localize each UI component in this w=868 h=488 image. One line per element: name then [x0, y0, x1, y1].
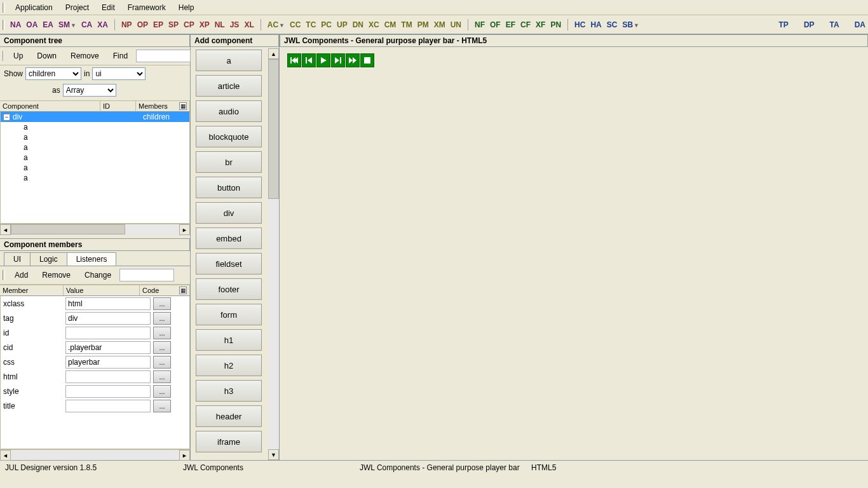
member-value-input[interactable] [65, 312, 151, 325]
addcomp-fieldset[interactable]: fieldset [196, 253, 262, 274]
member-row-css[interactable]: css... [1, 355, 189, 369]
mcol-member[interactable]: Member [0, 285, 64, 295]
member-row-html[interactable]: html... [1, 369, 189, 384]
scroll-right-icon[interactable]: ► [179, 224, 190, 235]
member-code-button[interactable]: ... [153, 356, 171, 369]
col-members[interactable]: Members▦ [136, 101, 190, 111]
toolbar-xp[interactable]: XP [200, 20, 210, 29]
addcomp-audio[interactable]: audio [196, 100, 262, 122]
member-value-input[interactable] [65, 356, 151, 369]
tab-ui[interactable]: UI [4, 252, 31, 266]
addcomp-h1[interactable]: h1 [196, 329, 262, 351]
col-id[interactable]: ID [100, 101, 136, 111]
members-add-button[interactable]: Add [9, 269, 34, 281]
tab-logic[interactable]: Logic [30, 252, 67, 266]
addcomp-br[interactable]: br [196, 151, 262, 173]
scroll-up-icon[interactable]: ▲ [268, 48, 279, 59]
toolbar-of[interactable]: OF [490, 20, 501, 29]
tree-child-row[interactable]: a [1, 152, 189, 163]
member-row-title[interactable]: title... [1, 398, 189, 413]
members-change-input[interactable] [119, 269, 174, 281]
toolbar-hc[interactable]: HC [574, 20, 585, 29]
tree-remove-button[interactable]: Remove [65, 50, 105, 62]
addcomp-div[interactable]: div [196, 202, 262, 224]
toolbar-oa[interactable]: OA [26, 20, 37, 29]
scroll-left-icon[interactable]: ◄ [0, 450, 11, 461]
addcomp-vscroll[interactable]: ▲ ▼ [268, 48, 279, 460]
scroll-down-icon[interactable]: ▼ [268, 449, 279, 460]
mcol-code[interactable]: Code▦ [140, 285, 190, 295]
member-code-button[interactable]: ... [153, 370, 171, 383]
member-row-id[interactable]: id... [1, 325, 189, 340]
menu-help[interactable]: Help [172, 2, 201, 13]
member-code-button[interactable]: ... [153, 297, 171, 310]
addcomp-blockquote[interactable]: blockquote [196, 126, 262, 147]
toolbar-tc[interactable]: TC [306, 20, 316, 29]
vscroll-thumb[interactable] [268, 59, 279, 199]
tree-find-button[interactable]: Find [107, 50, 133, 62]
member-code-button[interactable]: ... [153, 400, 171, 412]
tree-grid-body[interactable]: − div children aaaaaa [0, 112, 190, 224]
member-row-tag[interactable]: tag... [1, 311, 189, 325]
member-value-input[interactable] [65, 400, 151, 412]
toolbar-op[interactable]: OP [137, 20, 148, 29]
toolbar-nf[interactable]: NF [475, 20, 485, 29]
toolbar-dp[interactable]: DP [804, 20, 815, 29]
addcomp-footer[interactable]: footer [196, 278, 262, 300]
toolbar-sp[interactable]: SP [168, 20, 179, 29]
toolbar-sb[interactable]: SB▼ [622, 20, 639, 29]
members-hscroll[interactable]: ◄ ► [0, 449, 190, 460]
members-change-button[interactable]: Change [79, 269, 117, 281]
collapse-icon[interactable]: − [3, 114, 10, 121]
members-grid[interactable]: xclass...tag...id...cid...css...html...s… [0, 296, 190, 449]
member-code-button[interactable]: ... [153, 312, 171, 325]
addcomp-header[interactable]: header [196, 405, 262, 427]
member-value-input[interactable] [65, 297, 151, 310]
addcomp-iframe[interactable]: iframe [196, 431, 262, 452]
toolbar-pn[interactable]: PN [550, 20, 561, 29]
toolbar-sc[interactable]: SC [607, 20, 618, 29]
member-row-cid[interactable]: cid... [1, 340, 189, 355]
addcomp-h2[interactable]: h2 [196, 355, 262, 376]
step-forward-button[interactable] [331, 53, 345, 67]
in-select[interactable]: ui [92, 67, 146, 80]
toolbar-up[interactable]: UP [337, 20, 348, 29]
stop-button[interactable] [360, 53, 374, 67]
tree-child-row[interactable]: a [1, 132, 189, 142]
toolbar-pc[interactable]: PC [321, 20, 332, 29]
tree-child-row[interactable]: a [1, 163, 189, 173]
toolbar-cp[interactable]: CP [184, 20, 194, 29]
toolbar-xf[interactable]: XF [536, 20, 545, 29]
toolbar-np[interactable]: NP [121, 20, 132, 29]
addcomp-article[interactable]: article [196, 75, 262, 97]
toolbar-nl[interactable]: NL [215, 20, 225, 29]
toolbar-ha[interactable]: HA [590, 20, 601, 29]
toolbar-ep[interactable]: EP [153, 20, 163, 29]
addcomp-form[interactable]: form [196, 304, 262, 325]
addcomp-embed[interactable]: embed [196, 227, 262, 249]
toolbar-ac[interactable]: AC▼ [268, 20, 285, 29]
menu-application[interactable]: Application [9, 2, 59, 13]
show-select[interactable]: children [25, 67, 81, 80]
toolbar-js[interactable]: JS [230, 20, 240, 29]
toolbar-cf[interactable]: CF [520, 20, 531, 29]
step-back-button[interactable] [302, 53, 316, 67]
toolbar-sm[interactable]: SM▼ [58, 20, 76, 29]
toolbar-dn[interactable]: DN [353, 20, 363, 29]
toolbar-tp[interactable]: TP [779, 20, 789, 29]
toolbar-cm[interactable]: CM [384, 20, 397, 29]
as-select[interactable]: Array [63, 84, 116, 97]
members-remove-button[interactable]: Remove [36, 269, 76, 281]
menu-edit[interactable]: Edit [95, 2, 121, 13]
mcol-value[interactable]: Value [64, 285, 140, 295]
member-value-input[interactable] [65, 385, 151, 398]
addcomp-h3[interactable]: h3 [196, 380, 262, 402]
menu-project[interactable]: Project [59, 2, 95, 13]
toolbar-xl[interactable]: XL [244, 20, 254, 29]
toolbar-ca[interactable]: CA [81, 20, 92, 29]
tree-child-row[interactable]: a [1, 173, 189, 183]
toolbar-ta[interactable]: TA [830, 20, 839, 29]
member-value-input[interactable] [65, 370, 151, 383]
member-code-button[interactable]: ... [153, 385, 171, 398]
toolbar-un[interactable]: UN [451, 20, 461, 29]
